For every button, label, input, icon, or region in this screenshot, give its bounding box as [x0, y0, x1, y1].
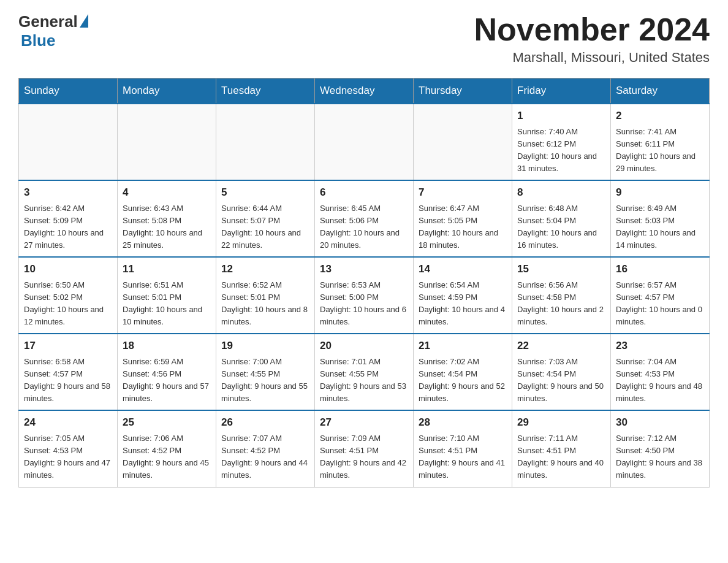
calendar-cell — [414, 104, 512, 180]
logo: General Blue — [18, 12, 88, 50]
calendar-cell: 6Sunrise: 6:45 AMSunset: 5:06 PMDaylight… — [315, 180, 414, 257]
day-number: 12 — [221, 261, 309, 277]
weekday-header-monday: Monday — [118, 79, 216, 104]
week-row-1: 1Sunrise: 7:40 AMSunset: 6:12 PMDaylight… — [19, 104, 710, 180]
calendar-cell: 16Sunrise: 6:57 AMSunset: 4:57 PMDayligh… — [611, 257, 710, 334]
calendar-cell: 24Sunrise: 7:05 AMSunset: 4:53 PMDayligh… — [19, 410, 118, 487]
calendar-cell: 4Sunrise: 6:43 AMSunset: 5:08 PMDaylight… — [118, 180, 216, 257]
day-number: 2 — [616, 108, 704, 124]
calendar-cell: 27Sunrise: 7:09 AMSunset: 4:51 PMDayligh… — [315, 410, 414, 487]
day-number: 13 — [320, 261, 408, 277]
day-number: 30 — [616, 415, 704, 431]
week-row-5: 24Sunrise: 7:05 AMSunset: 4:53 PMDayligh… — [19, 410, 710, 487]
calendar-cell: 19Sunrise: 7:00 AMSunset: 4:55 PMDayligh… — [216, 334, 315, 410]
day-info: Sunrise: 6:45 AMSunset: 5:06 PMDaylight:… — [320, 202, 408, 252]
day-number: 21 — [419, 338, 507, 354]
calendar-cell — [315, 104, 414, 180]
day-info: Sunrise: 6:44 AMSunset: 5:07 PMDaylight:… — [221, 202, 309, 252]
calendar-cell: 10Sunrise: 6:50 AMSunset: 5:02 PMDayligh… — [19, 257, 118, 334]
day-info: Sunrise: 6:42 AMSunset: 5:09 PMDaylight:… — [24, 202, 112, 252]
day-info: Sunrise: 7:06 AMSunset: 4:52 PMDaylight:… — [123, 432, 211, 482]
day-info: Sunrise: 7:12 AMSunset: 4:50 PMDaylight:… — [616, 432, 704, 482]
day-info: Sunrise: 7:09 AMSunset: 4:51 PMDaylight:… — [320, 432, 408, 482]
calendar-cell: 17Sunrise: 6:58 AMSunset: 4:57 PMDayligh… — [19, 334, 118, 410]
weekday-header-wednesday: Wednesday — [315, 79, 414, 104]
calendar-cell: 2Sunrise: 7:41 AMSunset: 6:11 PMDaylight… — [611, 104, 710, 180]
weekday-header-thursday: Thursday — [414, 79, 512, 104]
logo-general-text: General — [18, 12, 78, 31]
week-row-4: 17Sunrise: 6:58 AMSunset: 4:57 PMDayligh… — [19, 334, 710, 410]
day-info: Sunrise: 6:58 AMSunset: 4:57 PMDaylight:… — [24, 356, 112, 405]
week-row-3: 10Sunrise: 6:50 AMSunset: 5:02 PMDayligh… — [19, 257, 710, 334]
day-info: Sunrise: 7:02 AMSunset: 4:54 PMDaylight:… — [419, 356, 507, 405]
calendar-cell: 8Sunrise: 6:48 AMSunset: 5:04 PMDaylight… — [512, 180, 611, 257]
calendar-cell: 15Sunrise: 6:56 AMSunset: 4:58 PMDayligh… — [512, 257, 611, 334]
weekday-header-row: SundayMondayTuesdayWednesdayThursdayFrid… — [19, 79, 710, 104]
day-info: Sunrise: 7:05 AMSunset: 4:53 PMDaylight:… — [24, 432, 112, 482]
calendar-cell: 29Sunrise: 7:11 AMSunset: 4:51 PMDayligh… — [512, 410, 611, 487]
weekday-header-friday: Friday — [512, 79, 611, 104]
calendar-cell: 11Sunrise: 6:51 AMSunset: 5:01 PMDayligh… — [118, 257, 216, 334]
day-info: Sunrise: 7:10 AMSunset: 4:51 PMDaylight:… — [419, 432, 507, 482]
day-number: 28 — [419, 415, 507, 431]
day-number: 1 — [517, 108, 605, 124]
calendar-cell: 22Sunrise: 7:03 AMSunset: 4:54 PMDayligh… — [512, 334, 611, 410]
calendar-cell: 25Sunrise: 7:06 AMSunset: 4:52 PMDayligh… — [118, 410, 216, 487]
day-number: 16 — [616, 261, 704, 277]
day-info: Sunrise: 6:49 AMSunset: 5:03 PMDaylight:… — [616, 202, 704, 252]
month-title: November 2024 — [474, 12, 710, 47]
day-number: 17 — [24, 338, 112, 354]
day-number: 20 — [320, 338, 408, 354]
calendar-table: SundayMondayTuesdayWednesdayThursdayFrid… — [18, 78, 710, 487]
location-title: Marshall, Missouri, United States — [474, 50, 710, 66]
day-number: 22 — [517, 338, 605, 354]
day-info: Sunrise: 7:40 AMSunset: 6:12 PMDaylight:… — [517, 126, 605, 175]
day-number: 29 — [517, 415, 605, 431]
day-info: Sunrise: 7:41 AMSunset: 6:11 PMDaylight:… — [616, 126, 704, 175]
day-info: Sunrise: 7:11 AMSunset: 4:51 PMDaylight:… — [517, 432, 605, 482]
day-number: 27 — [320, 415, 408, 431]
calendar-cell: 3Sunrise: 6:42 AMSunset: 5:09 PMDaylight… — [19, 180, 118, 257]
title-area: November 2024 Marshall, Missouri, United… — [474, 12, 710, 66]
day-number: 11 — [123, 261, 211, 277]
day-info: Sunrise: 7:01 AMSunset: 4:55 PMDaylight:… — [320, 356, 408, 405]
day-number: 6 — [320, 185, 408, 201]
calendar-cell: 30Sunrise: 7:12 AMSunset: 4:50 PMDayligh… — [611, 410, 710, 487]
calendar-cell: 13Sunrise: 6:53 AMSunset: 5:00 PMDayligh… — [315, 257, 414, 334]
day-info: Sunrise: 6:47 AMSunset: 5:05 PMDaylight:… — [419, 202, 507, 252]
day-number: 23 — [616, 338, 704, 354]
day-info: Sunrise: 6:51 AMSunset: 5:01 PMDaylight:… — [123, 279, 211, 329]
day-info: Sunrise: 7:04 AMSunset: 4:53 PMDaylight:… — [616, 356, 704, 405]
logo-blue-text: Blue — [21, 31, 55, 50]
week-row-2: 3Sunrise: 6:42 AMSunset: 5:09 PMDaylight… — [19, 180, 710, 257]
day-info: Sunrise: 6:48 AMSunset: 5:04 PMDaylight:… — [517, 202, 605, 252]
calendar-cell: 1Sunrise: 7:40 AMSunset: 6:12 PMDaylight… — [512, 104, 611, 180]
calendar-cell: 26Sunrise: 7:07 AMSunset: 4:52 PMDayligh… — [216, 410, 315, 487]
day-info: Sunrise: 7:00 AMSunset: 4:55 PMDaylight:… — [221, 356, 309, 405]
day-info: Sunrise: 6:54 AMSunset: 4:59 PMDaylight:… — [419, 279, 507, 329]
calendar-cell: 21Sunrise: 7:02 AMSunset: 4:54 PMDayligh… — [414, 334, 512, 410]
calendar-cell — [19, 104, 118, 180]
day-info: Sunrise: 6:56 AMSunset: 4:58 PMDaylight:… — [517, 279, 605, 329]
day-info: Sunrise: 7:07 AMSunset: 4:52 PMDaylight:… — [221, 432, 309, 482]
calendar-cell: 7Sunrise: 6:47 AMSunset: 5:05 PMDaylight… — [414, 180, 512, 257]
day-info: Sunrise: 6:57 AMSunset: 4:57 PMDaylight:… — [616, 279, 704, 329]
day-number: 25 — [123, 415, 211, 431]
day-number: 9 — [616, 185, 704, 201]
calendar-cell: 9Sunrise: 6:49 AMSunset: 5:03 PMDaylight… — [611, 180, 710, 257]
day-number: 3 — [24, 185, 112, 201]
day-info: Sunrise: 7:03 AMSunset: 4:54 PMDaylight:… — [517, 356, 605, 405]
calendar-cell: 20Sunrise: 7:01 AMSunset: 4:55 PMDayligh… — [315, 334, 414, 410]
day-number: 18 — [123, 338, 211, 354]
weekday-header-saturday: Saturday — [611, 79, 710, 104]
calendar-cell: 28Sunrise: 7:10 AMSunset: 4:51 PMDayligh… — [414, 410, 512, 487]
day-info: Sunrise: 6:43 AMSunset: 5:08 PMDaylight:… — [123, 202, 211, 252]
calendar-cell: 5Sunrise: 6:44 AMSunset: 5:07 PMDaylight… — [216, 180, 315, 257]
day-number: 10 — [24, 261, 112, 277]
calendar-cell: 18Sunrise: 6:59 AMSunset: 4:56 PMDayligh… — [118, 334, 216, 410]
day-number: 26 — [221, 415, 309, 431]
day-number: 15 — [517, 261, 605, 277]
calendar-cell: 12Sunrise: 6:52 AMSunset: 5:01 PMDayligh… — [216, 257, 315, 334]
calendar-cell — [118, 104, 216, 180]
calendar-cell: 23Sunrise: 7:04 AMSunset: 4:53 PMDayligh… — [611, 334, 710, 410]
